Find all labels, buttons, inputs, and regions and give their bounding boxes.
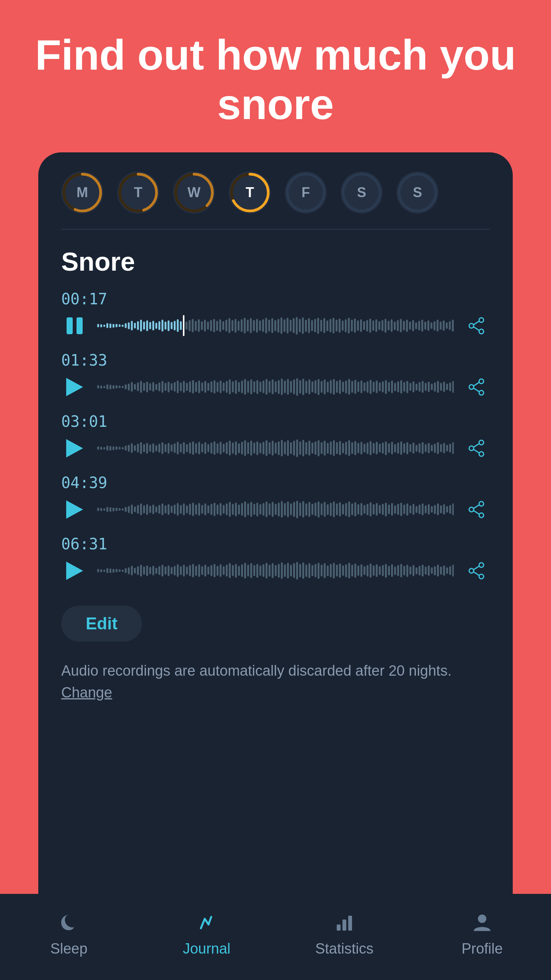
svg-point-33 bbox=[479, 574, 484, 579]
svg-line-15 bbox=[474, 327, 479, 330]
edit-button[interactable]: Edit bbox=[61, 606, 142, 642]
svg-line-35 bbox=[474, 572, 479, 575]
waveform-4[interactable] bbox=[97, 496, 454, 523]
svg-point-39 bbox=[478, 915, 486, 923]
nav-sleep[interactable]: Sleep bbox=[0, 909, 138, 957]
share-button-4[interactable] bbox=[463, 496, 490, 523]
bottom-nav: Sleep Journal Statistics Profile bbox=[0, 894, 551, 980]
svg-line-20 bbox=[474, 388, 479, 392]
svg-line-30 bbox=[474, 511, 479, 514]
svg-line-34 bbox=[474, 566, 479, 570]
days-row: M T W T bbox=[61, 172, 490, 214]
day-circle-s1[interactable]: S bbox=[341, 172, 383, 214]
svg-point-13 bbox=[479, 329, 484, 334]
svg-line-29 bbox=[474, 505, 479, 508]
nav-sleep-label: Sleep bbox=[50, 941, 87, 957]
play-button-3[interactable] bbox=[61, 435, 88, 462]
nav-statistics[interactable]: Statistics bbox=[276, 909, 413, 957]
svg-point-32 bbox=[469, 568, 474, 573]
svg-rect-37 bbox=[342, 920, 346, 931]
svg-point-31 bbox=[479, 563, 484, 567]
sleep-icon bbox=[55, 909, 82, 936]
timestamp-3: 03:01 bbox=[61, 413, 490, 430]
day-circle-s2[interactable]: S bbox=[396, 172, 439, 214]
play-button-2[interactable] bbox=[61, 374, 88, 400]
svg-point-21 bbox=[479, 440, 484, 445]
svg-line-19 bbox=[474, 382, 479, 386]
svg-point-12 bbox=[469, 323, 474, 328]
svg-point-27 bbox=[469, 507, 474, 512]
timestamp-2: 01:33 bbox=[61, 351, 490, 369]
timestamp-4: 04:39 bbox=[61, 474, 490, 492]
svg-point-17 bbox=[469, 385, 474, 389]
share-button-2[interactable] bbox=[463, 374, 490, 400]
divider bbox=[61, 229, 490, 230]
day-circle-w[interactable]: W bbox=[173, 172, 215, 214]
svg-point-18 bbox=[479, 390, 484, 395]
day-circle-m[interactable]: M bbox=[61, 172, 103, 214]
section-title: Snore bbox=[61, 247, 490, 276]
svg-point-16 bbox=[479, 379, 484, 384]
svg-point-26 bbox=[479, 501, 484, 506]
timestamp-5: 06:31 bbox=[61, 535, 490, 553]
auto-discard-notice: Audio recordings are automatically disca… bbox=[61, 660, 490, 704]
day-circle-f[interactable]: F bbox=[285, 172, 327, 214]
audio-item-1: 00:17 bbox=[61, 290, 490, 339]
svg-point-23 bbox=[479, 452, 484, 456]
svg-rect-36 bbox=[337, 924, 341, 931]
svg-rect-38 bbox=[348, 916, 352, 931]
audio-item-2: 01:33 bbox=[61, 351, 490, 400]
nav-journal-label: Journal bbox=[183, 941, 231, 957]
day-circle-t2-active[interactable]: T bbox=[229, 172, 271, 214]
day-circle-t1[interactable]: T bbox=[117, 172, 159, 214]
nav-journal[interactable]: Journal bbox=[138, 909, 276, 957]
profile-icon bbox=[469, 909, 496, 936]
svg-line-25 bbox=[474, 449, 479, 453]
svg-line-14 bbox=[474, 321, 479, 325]
waveform-1[interactable] bbox=[97, 312, 454, 339]
svg-point-11 bbox=[479, 318, 484, 322]
play-button-4[interactable] bbox=[61, 496, 88, 523]
journal-icon bbox=[193, 909, 220, 936]
pause-button-1[interactable] bbox=[61, 312, 88, 339]
main-card: M T W T bbox=[38, 152, 513, 980]
svg-point-28 bbox=[479, 513, 484, 518]
share-button-3[interactable] bbox=[463, 435, 490, 462]
waveform-2[interactable] bbox=[97, 374, 454, 400]
audio-item-4: 04:39 bbox=[61, 474, 490, 523]
share-button-5[interactable] bbox=[463, 557, 490, 584]
audio-item-3: 03:01 bbox=[61, 413, 490, 462]
share-button-1[interactable] bbox=[463, 312, 490, 339]
timestamp-1: 00:17 bbox=[61, 290, 490, 308]
waveform-5[interactable] bbox=[97, 557, 454, 584]
svg-point-22 bbox=[469, 446, 474, 451]
nav-statistics-label: Statistics bbox=[315, 941, 373, 957]
nav-profile[interactable]: Profile bbox=[413, 909, 551, 957]
play-button-5[interactable] bbox=[61, 557, 88, 584]
audio-item-5: 06:31 bbox=[61, 535, 490, 584]
waveform-3[interactable] bbox=[97, 435, 454, 462]
nav-profile-label: Profile bbox=[461, 941, 503, 957]
svg-line-24 bbox=[474, 444, 479, 447]
statistics-icon bbox=[331, 909, 358, 936]
change-link[interactable]: Change bbox=[61, 684, 112, 701]
hero-title: Find out how much you snore bbox=[0, 31, 551, 129]
